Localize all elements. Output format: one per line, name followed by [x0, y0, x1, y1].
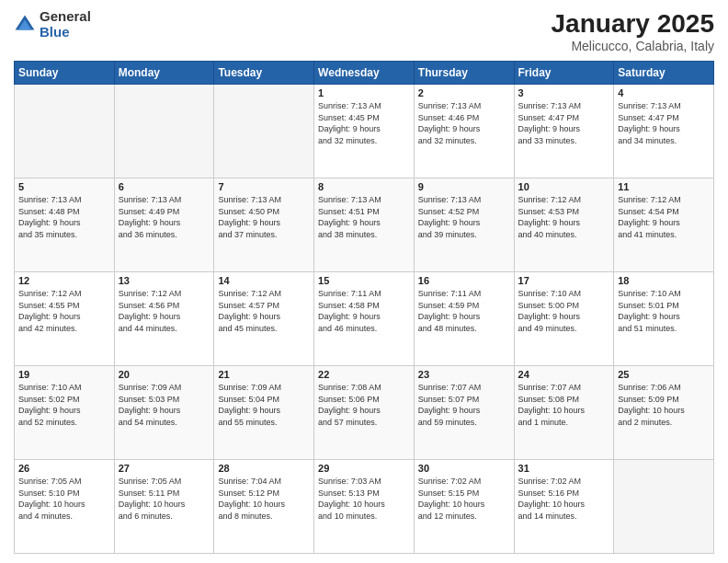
calendar-cell: 22Sunrise: 7:08 AM Sunset: 5:06 PM Dayli… [314, 366, 415, 460]
calendar-cell [15, 85, 115, 178]
day-number: 5 [18, 181, 110, 192]
day-number: 3 [518, 87, 610, 98]
day-number: 30 [418, 463, 510, 474]
calendar-cell: 5Sunrise: 7:13 AM Sunset: 4:48 PM Daylig… [15, 178, 115, 272]
calendar-cell [114, 85, 214, 178]
day-number: 26 [18, 463, 110, 474]
day-number: 8 [318, 181, 410, 192]
calendar-cell: 25Sunrise: 7:06 AM Sunset: 5:09 PM Dayli… [614, 366, 714, 460]
calendar-cell: 26Sunrise: 7:05 AM Sunset: 5:10 PM Dayli… [15, 460, 115, 554]
day-info: Sunrise: 7:11 AM Sunset: 4:58 PM Dayligh… [318, 288, 410, 334]
calendar-table: SundayMondayTuesdayWednesdayThursdayFrid… [14, 61, 714, 554]
calendar-cell: 27Sunrise: 7:05 AM Sunset: 5:11 PM Dayli… [114, 460, 214, 554]
day-number: 20 [119, 369, 210, 380]
col-header-wednesday: Wednesday [314, 62, 415, 85]
calendar-cell: 9Sunrise: 7:13 AM Sunset: 4:52 PM Daylig… [414, 178, 514, 272]
logo-text: General Blue [40, 9, 91, 40]
calendar-cell: 13Sunrise: 7:12 AM Sunset: 4:56 PM Dayli… [114, 272, 214, 366]
calendar-subtitle: Melicucco, Calabria, Italy [552, 39, 714, 53]
calendar-cell: 4Sunrise: 7:13 AM Sunset: 4:47 PM Daylig… [614, 85, 714, 178]
day-info: Sunrise: 7:05 AM Sunset: 5:11 PM Dayligh… [119, 476, 210, 522]
day-info: Sunrise: 7:09 AM Sunset: 5:03 PM Dayligh… [119, 382, 210, 428]
calendar-cell [214, 85, 314, 178]
calendar-cell: 6Sunrise: 7:13 AM Sunset: 4:49 PM Daylig… [114, 178, 214, 272]
col-header-friday: Friday [514, 62, 614, 85]
day-info: Sunrise: 7:02 AM Sunset: 5:16 PM Dayligh… [518, 476, 610, 522]
page: General Blue January 2025 Melicucco, Cal… [0, 0, 728, 563]
logo-icon [14, 14, 36, 36]
day-info: Sunrise: 7:04 AM Sunset: 5:12 PM Dayligh… [218, 476, 310, 522]
day-number: 13 [119, 275, 210, 286]
day-info: Sunrise: 7:03 AM Sunset: 5:13 PM Dayligh… [318, 476, 410, 522]
calendar-cell: 20Sunrise: 7:09 AM Sunset: 5:03 PM Dayli… [114, 366, 214, 460]
day-info: Sunrise: 7:02 AM Sunset: 5:15 PM Dayligh… [418, 476, 510, 522]
day-number: 2 [418, 87, 510, 98]
week-row-4: 19Sunrise: 7:10 AM Sunset: 5:02 PM Dayli… [15, 366, 714, 460]
day-number: 23 [418, 369, 510, 380]
day-number: 1 [318, 87, 410, 98]
col-header-monday: Monday [114, 62, 214, 85]
calendar-cell: 31Sunrise: 7:02 AM Sunset: 5:16 PM Dayli… [514, 460, 614, 554]
day-number: 7 [218, 181, 310, 192]
week-row-3: 12Sunrise: 7:12 AM Sunset: 4:55 PM Dayli… [15, 272, 714, 366]
day-number: 27 [119, 463, 210, 474]
day-number: 16 [418, 275, 510, 286]
day-info: Sunrise: 7:07 AM Sunset: 5:08 PM Dayligh… [518, 382, 610, 428]
calendar-cell: 17Sunrise: 7:10 AM Sunset: 5:00 PM Dayli… [514, 272, 614, 366]
calendar-title: January 2025 [552, 9, 714, 39]
calendar-cell: 12Sunrise: 7:12 AM Sunset: 4:55 PM Dayli… [15, 272, 115, 366]
calendar-cell: 15Sunrise: 7:11 AM Sunset: 4:58 PM Dayli… [314, 272, 415, 366]
day-number: 28 [218, 463, 310, 474]
day-info: Sunrise: 7:13 AM Sunset: 4:50 PM Dayligh… [218, 194, 310, 240]
day-number: 29 [318, 463, 410, 474]
col-header-thursday: Thursday [414, 62, 514, 85]
day-info: Sunrise: 7:13 AM Sunset: 4:47 PM Dayligh… [618, 100, 710, 146]
day-number: 18 [618, 275, 710, 286]
col-header-tuesday: Tuesday [214, 62, 314, 85]
day-info: Sunrise: 7:10 AM Sunset: 5:02 PM Dayligh… [18, 382, 110, 428]
day-info: Sunrise: 7:12 AM Sunset: 4:53 PM Dayligh… [518, 194, 610, 240]
calendar-cell: 1Sunrise: 7:13 AM Sunset: 4:45 PM Daylig… [314, 85, 415, 178]
calendar-cell: 28Sunrise: 7:04 AM Sunset: 5:12 PM Dayli… [214, 460, 314, 554]
day-info: Sunrise: 7:12 AM Sunset: 4:56 PM Dayligh… [119, 288, 210, 334]
day-number: 4 [618, 87, 710, 98]
day-number: 15 [318, 275, 410, 286]
day-info: Sunrise: 7:13 AM Sunset: 4:47 PM Dayligh… [518, 100, 610, 146]
week-row-1: 1Sunrise: 7:13 AM Sunset: 4:45 PM Daylig… [15, 85, 714, 178]
day-info: Sunrise: 7:05 AM Sunset: 5:10 PM Dayligh… [18, 476, 110, 522]
day-number: 9 [418, 181, 510, 192]
day-info: Sunrise: 7:09 AM Sunset: 5:04 PM Dayligh… [218, 382, 310, 428]
day-number: 11 [618, 181, 710, 192]
day-number: 17 [518, 275, 610, 286]
week-row-5: 26Sunrise: 7:05 AM Sunset: 5:10 PM Dayli… [15, 460, 714, 554]
day-info: Sunrise: 7:06 AM Sunset: 5:09 PM Dayligh… [618, 382, 710, 428]
day-info: Sunrise: 7:13 AM Sunset: 4:46 PM Dayligh… [418, 100, 510, 146]
day-info: Sunrise: 7:10 AM Sunset: 5:01 PM Dayligh… [618, 288, 710, 334]
day-number: 21 [218, 369, 310, 380]
day-number: 24 [518, 369, 610, 380]
col-header-saturday: Saturday [614, 62, 714, 85]
day-info: Sunrise: 7:10 AM Sunset: 5:00 PM Dayligh… [518, 288, 610, 334]
header: General Blue January 2025 Melicucco, Cal… [14, 9, 714, 53]
calendar-cell: 7Sunrise: 7:13 AM Sunset: 4:50 PM Daylig… [214, 178, 314, 272]
day-number: 6 [119, 181, 210, 192]
day-number: 22 [318, 369, 410, 380]
header-row: SundayMondayTuesdayWednesdayThursdayFrid… [15, 62, 714, 85]
logo: General Blue [14, 9, 91, 40]
calendar-cell: 30Sunrise: 7:02 AM Sunset: 5:15 PM Dayli… [414, 460, 514, 554]
day-number: 14 [218, 275, 310, 286]
calendar-cell: 3Sunrise: 7:13 AM Sunset: 4:47 PM Daylig… [514, 85, 614, 178]
calendar-cell: 24Sunrise: 7:07 AM Sunset: 5:08 PM Dayli… [514, 366, 614, 460]
day-number: 31 [518, 463, 610, 474]
calendar-cell: 2Sunrise: 7:13 AM Sunset: 4:46 PM Daylig… [414, 85, 514, 178]
day-info: Sunrise: 7:13 AM Sunset: 4:48 PM Dayligh… [18, 194, 110, 240]
day-info: Sunrise: 7:11 AM Sunset: 4:59 PM Dayligh… [418, 288, 510, 334]
calendar-cell: 23Sunrise: 7:07 AM Sunset: 5:07 PM Dayli… [414, 366, 514, 460]
day-info: Sunrise: 7:13 AM Sunset: 4:51 PM Dayligh… [318, 194, 410, 240]
day-number: 12 [18, 275, 110, 286]
day-info: Sunrise: 7:13 AM Sunset: 4:52 PM Dayligh… [418, 194, 510, 240]
day-number: 10 [518, 181, 610, 192]
calendar-cell: 18Sunrise: 7:10 AM Sunset: 5:01 PM Dayli… [614, 272, 714, 366]
day-info: Sunrise: 7:12 AM Sunset: 4:57 PM Dayligh… [218, 288, 310, 334]
calendar-cell: 10Sunrise: 7:12 AM Sunset: 4:53 PM Dayli… [514, 178, 614, 272]
